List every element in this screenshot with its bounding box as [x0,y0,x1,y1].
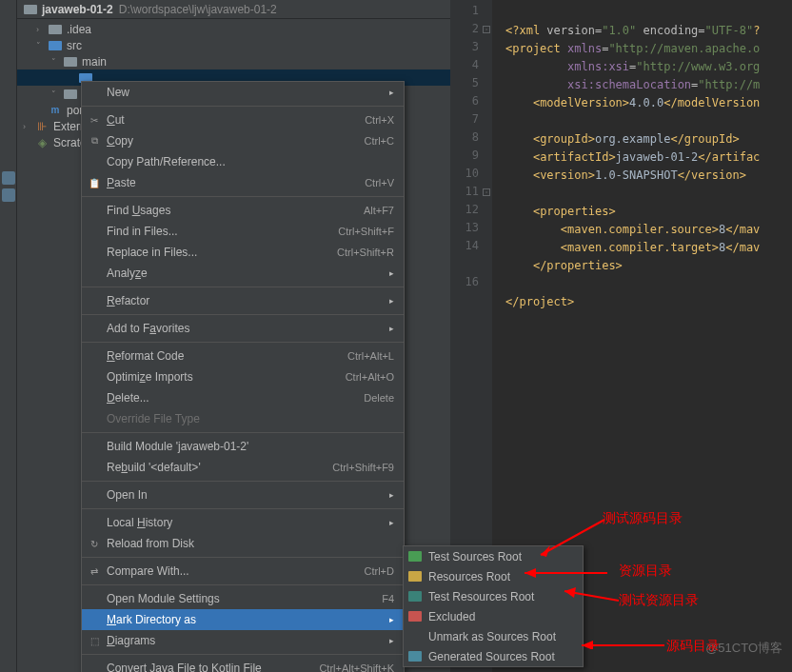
paste-icon: 📋 [88,176,101,189]
menu-refactor[interactable]: Refactor▸ [82,290,404,311]
annotation-src: 源码目录 [666,638,720,655]
menu-delete[interactable]: Delete...Delete [82,387,404,408]
compare-icon: ⇄ [88,564,101,578]
chevron-down-icon[interactable]: ˅ [51,89,61,99]
generated-icon [408,651,422,662]
tree-label: main [82,55,107,69]
menu-new[interactable]: New▸ [82,82,404,103]
excluded-icon [408,611,422,622]
annotation-test-src: 测试源码目录 [603,510,683,527]
chevron-right-icon: ▸ [389,88,394,97]
diagrams-icon: ⬚ [88,634,101,647]
menu-local-history[interactable]: Local History▸ [82,512,404,533]
menu-analyze[interactable]: Analyze▸ [82,263,404,284]
chevron-down-icon[interactable]: ˅ [51,57,61,67]
menu-mark-directory[interactable]: Mark Directory as▸ [82,609,404,630]
submenu-test-sources[interactable]: Test Sources Root [404,546,583,566]
submenu-test-resources[interactable]: Test Resources Root [404,586,583,606]
menu-separator [82,432,404,433]
chevron-icon[interactable]: › [23,122,32,131]
chevron-right-icon: ▸ [389,615,394,624]
submenu-generated[interactable]: Generated Sources Root [404,646,583,666]
chevron-right-icon: ▸ [389,636,394,645]
menu-reformat[interactable]: Reformat CodeCtrl+Alt+L [82,346,404,366]
menu-separator [82,584,404,585]
copy-icon: ⧉ [88,134,101,148]
menu-separator [82,106,404,107]
chevron-right-icon: ▸ [389,324,394,333]
library-icon: ⊪ [34,120,50,133]
menu-open-in[interactable]: Open In▸ [82,484,404,505]
folder-icon [23,3,38,16]
chevron-icon[interactable]: › [36,25,46,34]
tree-label: .idea [67,23,91,36]
menu-override: Override File Type [82,408,404,429]
menu-separator [82,481,404,482]
submenu-resources[interactable]: Resources Root [404,566,583,586]
submenu-excluded[interactable]: Excluded [404,606,583,626]
menu-cut[interactable]: ✂CutCtrl+X [82,109,404,130]
chevron-right-icon: ▸ [389,518,394,527]
menu-find-usages[interactable]: Find UsagesAlt+F7 [82,200,404,221]
chevron-right-icon: ▸ [389,268,394,278]
cut-icon: ✂ [88,113,101,127]
menu-find-in-files[interactable]: Find in Files...Ctrl+Shift+F [82,221,404,242]
tree-item-main[interactable]: ˅main [17,53,450,69]
menu-copy[interactable]: ⧉CopyCtrl+C [82,130,404,151]
folder-icon [48,23,63,36]
menu-diagrams[interactable]: ⬚Diagrams▸ [82,630,404,651]
annotation-test-res: 测试资源目录 [619,592,699,609]
menu-open-module[interactable]: Open Module SettingsF4 [82,588,404,609]
title-bar: javaweb-01-2 D:\wordspace\ljw\javaweb-01… [17,0,450,19]
menu-separator [82,342,404,343]
submenu-unmark[interactable]: Unmark as Sources Root [404,626,583,646]
tree-item-src[interactable]: ˅src [17,37,450,53]
context-menu: New▸ ✂CutCtrl+X ⧉CopyCtrl+C Copy Path/Re… [81,81,405,672]
folder-icon [63,88,78,101]
menu-optimize[interactable]: Optimize ImportsCtrl+Alt+O [82,366,404,387]
maven-icon: m [48,104,63,117]
project-name: javaweb-01-2 [42,3,113,16]
test-resources-icon [408,591,422,602]
test-sources-icon [408,551,422,562]
resources-icon [408,571,422,582]
chevron-down-icon[interactable]: ˅ [36,41,46,50]
tool-icon[interactable] [2,188,15,202]
menu-separator [82,508,404,509]
mark-directory-submenu: Test Sources Root Resources Root Test Re… [403,545,584,667]
chevron-right-icon: ▸ [389,490,394,500]
menu-paste[interactable]: 📋PasteCtrl+V [82,172,404,193]
chevron-right-icon: ▸ [389,296,394,306]
tool-window-bar [0,0,17,672]
reload-icon: ↻ [88,537,101,550]
menu-reload[interactable]: ↻Reload from Disk [82,533,404,554]
menu-add-favorites[interactable]: Add to Favorites▸ [82,318,404,339]
project-path: D:\wordspace\ljw\javaweb-01-2 [119,3,277,16]
menu-separator [82,654,404,655]
menu-separator [82,287,404,287]
menu-compare[interactable]: ⇄Compare With...Ctrl+D [82,561,404,582]
fold-icon[interactable]: - [483,188,490,196]
annotation-resources: 资源目录 [619,563,672,580]
menu-separator [82,196,404,197]
folder-icon [48,39,63,52]
menu-convert-kotlin[interactable]: Convert Java File to Kotlin FileCtrl+Alt… [82,658,404,672]
fold-icon[interactable]: - [483,26,490,33]
menu-separator [82,314,404,315]
menu-rebuild[interactable]: Rebuild '<default>'Ctrl+Shift+F9 [82,457,404,478]
tree-item-idea[interactable]: ›.idea [17,21,450,37]
menu-copy-path[interactable]: Copy Path/Reference... [82,151,404,172]
menu-replace-in-files[interactable]: Replace in Files...Ctrl+Shift+R [82,242,404,263]
tool-icon[interactable] [2,171,15,185]
scratches-icon: ◈ [34,136,50,149]
folder-icon [63,55,78,69]
menu-build-module[interactable]: Build Module 'javaweb-01-2' [82,436,404,457]
menu-separator [82,557,404,558]
tree-label: src [67,39,82,52]
